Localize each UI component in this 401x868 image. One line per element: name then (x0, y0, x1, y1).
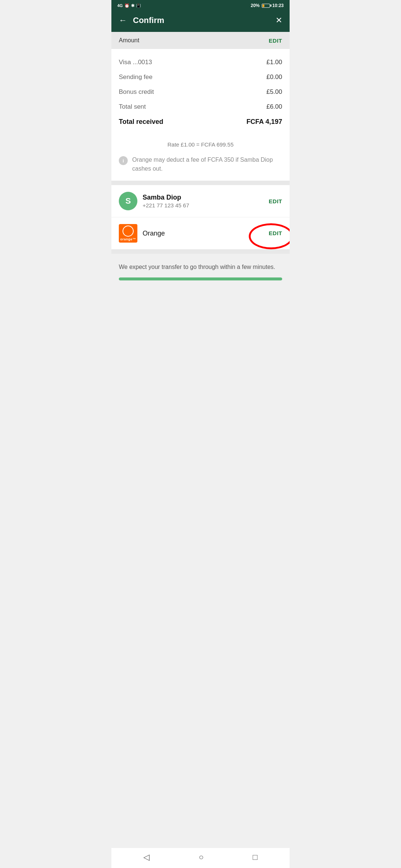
section-divider-2 (111, 249, 290, 254)
fee-label: Sending fee (119, 73, 153, 81)
bluetooth-icon: ✱ (131, 3, 134, 8)
page-title: Confirm (133, 16, 276, 25)
recipient-avatar: S (119, 192, 137, 210)
amount-edit-button[interactable]: EDIT (269, 37, 282, 44)
recipient-section: S Samba Diop +221 77 123 45 67 EDIT oran… (111, 185, 290, 249)
progress-bar (119, 277, 282, 280)
notice-text: Orange may deduct a fee of FCFA 350 if S… (132, 155, 282, 173)
nav-back-button[interactable]: ◁ (143, 852, 150, 862)
provider-row: orange™ Orange EDIT (111, 217, 290, 249)
nav-home-button[interactable]: ○ (199, 852, 203, 862)
visa-row: Visa ...0013 £1.00 (119, 55, 282, 70)
cast-icon: 📳 (136, 3, 141, 8)
provider-edit-container: EDIT (269, 230, 282, 237)
section-divider (111, 181, 290, 185)
rate-text: Rate £1.00 = FCFA 699.55 (167, 141, 234, 148)
header: ← Confirm ✕ (111, 10, 290, 32)
recipient-name: Samba Diop (143, 194, 269, 201)
amount-section-header: Amount EDIT (111, 32, 290, 49)
total-sent-value: £6.00 (266, 103, 282, 111)
nav-bar: ◁ ○ □ (111, 848, 290, 868)
provider-edit-button[interactable]: EDIT (269, 230, 282, 236)
recipient-row: S Samba Diop +221 77 123 45 67 EDIT (111, 185, 290, 217)
amount-label: Amount (119, 37, 139, 44)
orange-circle-icon (123, 226, 134, 237)
total-received-value: FCFA 4,197 (247, 118, 282, 126)
back-button[interactable]: ← (119, 16, 127, 25)
provider-name: Orange (143, 230, 269, 237)
battery-icon (262, 4, 270, 8)
bonus-row: Bonus credit £5.00 (119, 85, 282, 99)
transaction-details: Visa ...0013 £1.00 Sending fee £0.00 Bon… (111, 49, 290, 135)
fee-value: £0.00 (266, 73, 282, 81)
total-sent-row: Total sent £6.00 (119, 99, 282, 114)
visa-label: Visa ...0013 (119, 59, 152, 66)
info-icon: i (119, 156, 128, 165)
total-sent-label: Total sent (119, 103, 146, 111)
nav-recents-button[interactable]: □ (253, 852, 258, 862)
recipient-phone: +221 77 123 45 67 (143, 202, 269, 208)
orange-logo: orange™ (119, 224, 137, 243)
transfer-notice-text: We expect your transfer to go through wi… (119, 263, 282, 272)
visa-value: £1.00 (266, 59, 282, 66)
notice-section: i Orange may deduct a fee of FCFA 350 if… (111, 151, 290, 181)
status-right: 20% 10:23 (251, 3, 284, 8)
battery-percent: 20% (251, 3, 260, 8)
recipient-edit-button[interactable]: EDIT (269, 198, 282, 204)
bonus-label: Bonus credit (119, 88, 154, 96)
orange-text-label: orange™ (120, 237, 136, 241)
transfer-notice-section: We expect your transfer to go through wi… (111, 254, 290, 295)
recipient-info: Samba Diop +221 77 123 45 67 (143, 194, 269, 208)
signal-icon: 4G (117, 3, 123, 8)
rate-section: Rate £1.00 = FCFA 699.55 (111, 135, 290, 151)
bonus-value: £5.00 (266, 88, 282, 96)
fee-row: Sending fee £0.00 (119, 70, 282, 85)
progress-bar-fill (119, 277, 282, 280)
alarm-icon: ⏰ (124, 3, 130, 8)
main-content: Amount EDIT Visa ...0013 £1.00 Sending f… (111, 32, 290, 848)
clock: 10:23 (272, 3, 284, 8)
status-bar: 4G ⏰ ✱ 📳 20% 10:23 (111, 0, 290, 10)
status-left: 4G ⏰ ✱ 📳 (117, 3, 141, 8)
total-received-label: Total received (119, 118, 163, 126)
total-received-row: Total received FCFA 4,197 (119, 114, 282, 129)
close-button[interactable]: ✕ (276, 16, 282, 25)
